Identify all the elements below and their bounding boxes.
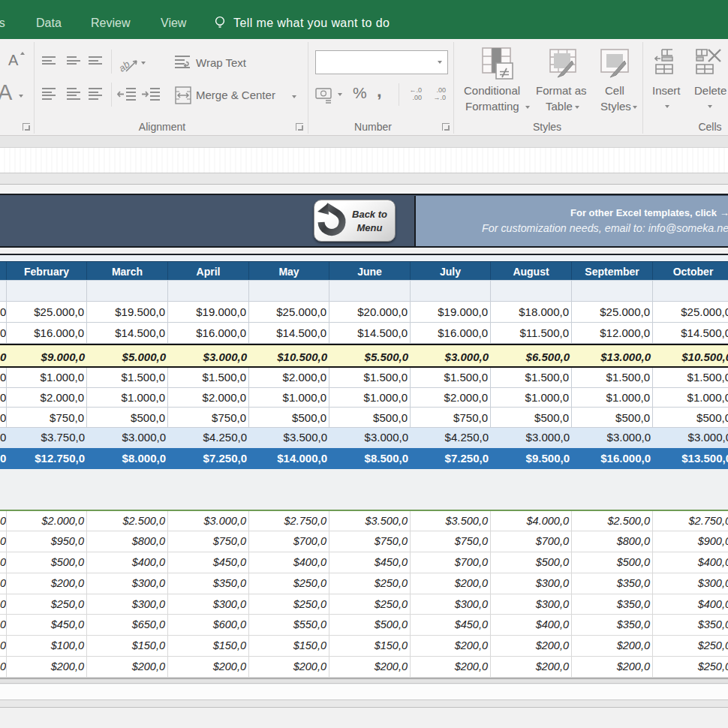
svg-text:ab: ab (119, 59, 132, 74)
